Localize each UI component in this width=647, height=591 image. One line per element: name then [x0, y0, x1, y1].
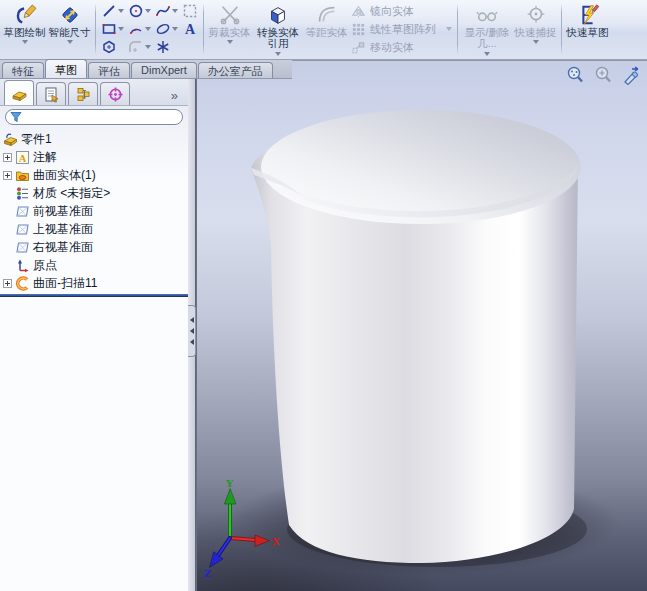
rectangle-dropdown-caret[interactable]	[118, 27, 124, 31]
trim-dropdown-caret[interactable]	[227, 40, 233, 44]
plane-icon	[14, 222, 30, 237]
collapse-arrow-icon	[190, 339, 194, 345]
mirror-entities-button[interactable]: 镜向实体	[351, 3, 452, 20]
sketch-text-icon: A	[182, 21, 198, 37]
tree-item-label: 注解	[33, 149, 57, 166]
featuremanager-tree-icon	[11, 85, 28, 102]
spline-tool[interactable]	[155, 2, 178, 20]
tree-item-label: 原点	[33, 257, 57, 274]
expand-toggle[interactable]	[3, 171, 12, 180]
surface-bodies-folder-icon	[14, 168, 30, 183]
smart-dimension-dropdown-caret[interactable]	[67, 40, 73, 44]
panel-tab-configurationmanager[interactable]	[68, 82, 98, 105]
tab-evaluate[interactable]: 评估	[88, 62, 130, 78]
spline-dropdown-caret[interactable]	[172, 9, 178, 13]
linear-pattern-label: 线性草图阵列	[370, 22, 436, 37]
beaker-rim-interior[interactable]	[261, 110, 581, 224]
tree-item-label: 曲面-扫描11	[33, 275, 97, 292]
tree-item-surface-sweep[interactable]: 曲面-扫描11	[0, 274, 188, 292]
line-dropdown-caret[interactable]	[118, 9, 124, 13]
panel-tab-propertymanager[interactable]	[36, 82, 66, 105]
svg-text:A: A	[185, 22, 196, 37]
selection-box-icon	[182, 3, 198, 19]
expand-toggle[interactable]	[3, 279, 12, 288]
plane-icon	[14, 240, 30, 255]
convert-entities-icon	[266, 3, 290, 27]
ellipse-dropdown-caret[interactable]	[172, 27, 178, 31]
text-tool[interactable]: A	[182, 20, 198, 38]
convert-dropdown-caret[interactable]	[275, 52, 281, 56]
rapid-sketch-label: 快速草图	[566, 27, 610, 38]
tree-item-annotations[interactable]: A 注解	[0, 148, 188, 166]
sketch-button[interactable]: 草图绘制	[2, 1, 47, 57]
move-entities-button[interactable]: 移动实体	[351, 39, 452, 56]
zoom-to-area-icon[interactable]	[593, 65, 613, 85]
quick-snaps-dropdown-caret[interactable]	[533, 40, 539, 44]
panel-tab-dimxpertmanager[interactable]	[100, 82, 130, 105]
polygon-icon	[101, 39, 117, 55]
rectangle-tool[interactable]	[101, 20, 124, 38]
linear-pattern-dropdown-caret[interactable]	[446, 27, 452, 31]
tab-features[interactable]: 特征	[2, 62, 44, 78]
tree-item-surface-bodies[interactable]: 曲面实体(1)	[0, 166, 188, 184]
sketch-dropdown-caret[interactable]	[22, 40, 28, 44]
tree-item-label: 上视基准面	[33, 221, 93, 238]
point-tool[interactable]	[155, 38, 178, 56]
circle-dropdown-caret[interactable]	[145, 9, 151, 13]
line-tool[interactable]	[101, 2, 124, 20]
polygon-tool[interactable]	[101, 38, 124, 56]
filter-row	[0, 106, 188, 127]
display-delete-dropdown-caret[interactable]	[484, 52, 490, 56]
selection-box-tool[interactable]	[182, 2, 198, 20]
quick-snaps-button[interactable]: 快速捕捉	[513, 1, 558, 57]
tree-item-top-plane[interactable]: 上视基准面	[0, 220, 188, 238]
pattern-tools-column: 镜向实体 线性草图阵列 移动实体	[349, 1, 454, 57]
ellipse-tool[interactable]	[155, 20, 178, 38]
panel-tab-featuremanager[interactable]	[4, 80, 34, 105]
arc-dropdown-caret[interactable]	[145, 27, 151, 31]
configurationmanager-icon	[75, 86, 92, 103]
tab-office-products[interactable]: 办公室产品	[198, 62, 273, 78]
trim-entities-icon	[218, 3, 242, 27]
annotations-icon: A	[14, 150, 30, 165]
convert-entities-label: 转换实体引用	[253, 27, 303, 50]
rapid-sketch-button[interactable]: 快速草图	[565, 1, 610, 57]
offset-entities-icon	[315, 3, 339, 27]
tree-item-front-plane[interactable]: 前视基准面	[0, 202, 188, 220]
tree-item-material[interactable]: 材质 <未指定>	[0, 184, 188, 202]
convert-entities-button[interactable]: 转换实体引用	[252, 1, 304, 57]
panel-tabs-overflow-chevron[interactable]: »	[165, 88, 184, 105]
circle-icon	[128, 3, 144, 19]
collapse-arrow-icon	[190, 328, 194, 334]
smart-dimension-button[interactable]: 智能尺寸	[47, 1, 92, 57]
svg-text:Y: Y	[225, 478, 234, 489]
tab-dimxpert[interactable]: DimXpert	[131, 62, 197, 78]
zoom-to-fit-icon[interactable]	[565, 65, 585, 85]
view-previous-icon[interactable]	[621, 65, 641, 85]
display-delete-relations-button[interactable]: 显示/删除几...	[461, 1, 513, 57]
beaker-model[interactable]	[251, 110, 581, 563]
smart-dimension-icon	[58, 3, 82, 27]
expand-toggle[interactable]	[3, 153, 12, 162]
tree-item-label: 前视基准面	[33, 203, 93, 220]
linear-pattern-button[interactable]: 线性草图阵列	[351, 21, 452, 38]
centerpoint-arc-tool[interactable]	[128, 20, 151, 38]
rollback-bar[interactable]	[0, 294, 188, 297]
feature-manager-panel: » 零件1 A 注解	[0, 79, 188, 591]
offset-entities-button[interactable]: 等距实体	[304, 1, 349, 57]
panel-collapse-handle[interactable]	[188, 305, 196, 357]
tree-item-label: 零件1	[21, 131, 52, 148]
feature-tree: 零件1 A 注解 曲面实体(1) 材	[0, 127, 188, 297]
fillet-dropdown-caret[interactable]	[145, 45, 151, 49]
toolbar-separator	[561, 3, 562, 55]
fillet-tool[interactable]	[128, 38, 151, 56]
panel-splitter[interactable]	[188, 79, 196, 591]
feature-filter-input[interactable]	[22, 111, 178, 123]
tab-sketch[interactable]: 草图	[45, 59, 87, 78]
tree-item-origin[interactable]: 原点	[0, 256, 188, 274]
tree-item-right-plane[interactable]: 右视基准面	[0, 238, 188, 256]
trim-entities-button[interactable]: 剪裁实体	[207, 1, 252, 57]
tree-item-part[interactable]: 零件1	[0, 130, 188, 148]
graphics-viewport[interactable]: Y X Z	[196, 60, 647, 591]
circle-tool[interactable]	[128, 2, 151, 20]
